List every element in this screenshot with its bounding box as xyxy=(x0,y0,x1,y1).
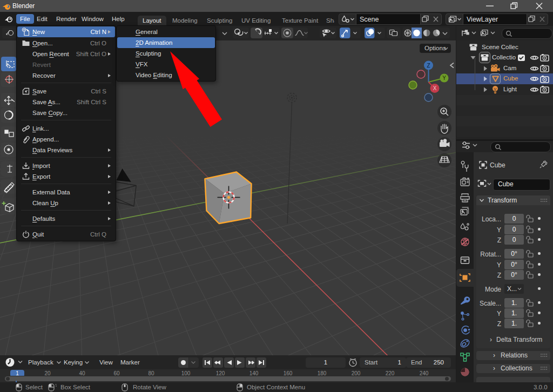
svg-text:X: X xyxy=(433,85,437,91)
svg-text:Y: Y xyxy=(442,75,446,81)
svg-text:Z: Z xyxy=(427,63,430,69)
